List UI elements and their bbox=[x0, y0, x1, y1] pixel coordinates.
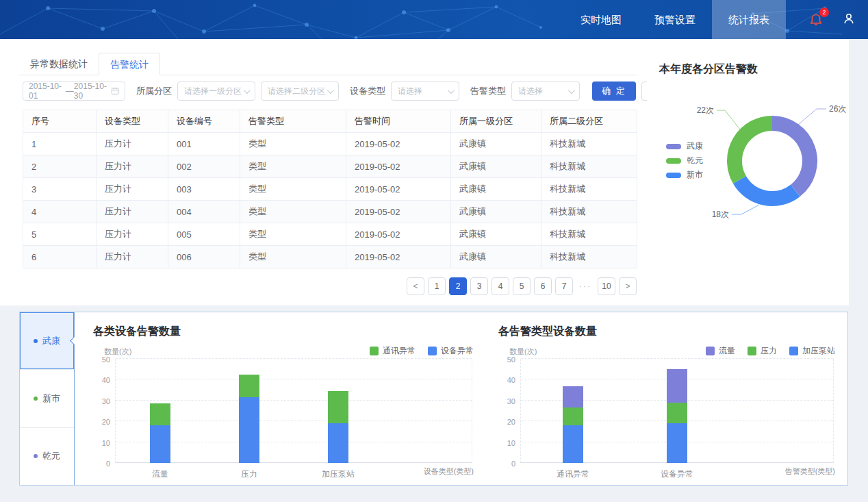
legend-label: 加压泵站 bbox=[802, 345, 835, 357]
column-header: 序号 bbox=[23, 110, 97, 133]
donut-legend-item-新市[interactable]: 新市 bbox=[666, 168, 703, 182]
device-type-filter-label: 设备类型 bbox=[350, 85, 385, 97]
legend-item-设备异常[interactable]: 设备异常 bbox=[428, 345, 474, 357]
bar-segment-压力 bbox=[563, 407, 583, 425]
legend-swatch bbox=[666, 158, 681, 164]
y-tick-label: 50 bbox=[496, 355, 515, 364]
calendar-icon bbox=[111, 86, 119, 96]
donut-legend-item-武康[interactable]: 武康 bbox=[666, 139, 703, 153]
bar-segment-加压泵站 bbox=[563, 425, 583, 463]
legend-swatch bbox=[370, 347, 379, 355]
pagination-prev-button[interactable]: < bbox=[407, 277, 424, 295]
legend-label: 压力 bbox=[761, 345, 777, 357]
table-header-row: 序号设备类型设备编号告警类型告警时间所属一级分区所属二级分区 bbox=[23, 110, 637, 133]
table-cell: 武康镇 bbox=[451, 246, 541, 268]
y-tick-label: 40 bbox=[91, 376, 110, 384]
side-tab-label: 乾元 bbox=[42, 450, 60, 462]
chevron-down-icon bbox=[244, 87, 251, 94]
plot-area: 01020304050流量压力加压泵站 bbox=[115, 359, 472, 463]
confirm-button[interactable]: 确 定 bbox=[592, 81, 636, 101]
legend-label: 通讯异常 bbox=[383, 345, 416, 357]
select-placeholder: 请选择二级分区 bbox=[268, 86, 325, 97]
table-cell: 003 bbox=[168, 178, 240, 201]
date-range-picker[interactable]: 2015-10-01 — 2015-10-30 bbox=[23, 81, 125, 101]
filter-bar: 2015-10-01 — 2015-10-30 所属分区 请选择一级分区 请选择… bbox=[23, 81, 688, 101]
tab-2[interactable]: 告警统计 bbox=[99, 53, 160, 75]
column-header: 所属一级分区 bbox=[451, 110, 541, 133]
side-tab-乾元[interactable]: 乾元 bbox=[20, 427, 74, 485]
device-type-select[interactable]: 请选择 bbox=[391, 81, 459, 101]
x-tick-label: 压力 bbox=[241, 468, 257, 480]
donut-legend-item-乾元[interactable]: 乾元 bbox=[666, 153, 703, 168]
legend-label: 设备异常 bbox=[441, 345, 474, 357]
table-cell: 001 bbox=[168, 133, 240, 155]
y-tick-label: 30 bbox=[496, 397, 515, 405]
table-row: 2压力计002类型2019-05-02武康镇科技新城 bbox=[23, 155, 637, 178]
table-cell: 科技新城 bbox=[541, 133, 637, 155]
legend-item-压力[interactable]: 压力 bbox=[748, 345, 777, 357]
legend-item-流量[interactable]: 流量 bbox=[706, 345, 735, 357]
table-cell: 武康镇 bbox=[451, 155, 541, 178]
side-tab-dot bbox=[34, 454, 38, 458]
table-row: 1压力计001类型2019-05-02武康镇科技新城 bbox=[23, 133, 637, 155]
alarm-table: 序号设备类型设备编号告警类型告警时间所属一级分区所属二级分区 1压力计001类型… bbox=[23, 110, 637, 268]
table-cell: 科技新城 bbox=[541, 201, 637, 223]
side-tab-新市[interactable]: 新市 bbox=[20, 369, 74, 427]
y-tick-label: 10 bbox=[91, 439, 110, 447]
pagination-page-5[interactable]: 5 bbox=[513, 277, 531, 295]
x-tick-label: 设备异常 bbox=[661, 468, 693, 480]
table-row: 4压力计004类型2019-05-02武康镇科技新城 bbox=[23, 201, 637, 223]
notification-badge: 2 bbox=[819, 8, 829, 17]
region-level2-select[interactable]: 请选择二级分区 bbox=[261, 81, 339, 101]
main-nav: 实时地图预警设置统计报表 bbox=[564, 0, 786, 39]
legend-swatch bbox=[748, 347, 756, 355]
table-cell: 005 bbox=[168, 223, 240, 246]
bottom-charts-panel: 武康新市乾元 各类设备告警数量 数量(次) 通讯异常设备异常 010203040… bbox=[19, 312, 848, 486]
region-level1-select[interactable]: 请选择一级分区 bbox=[177, 81, 255, 101]
y-tick-label: 0 bbox=[496, 460, 515, 468]
notifications-button[interactable]: 2 bbox=[808, 12, 824, 28]
tab-1[interactable]: 异常数据统计 bbox=[19, 53, 99, 75]
pagination-page-3[interactable]: 3 bbox=[470, 277, 488, 295]
partition-side-tabs: 武康新市乾元 bbox=[20, 312, 75, 485]
table-cell: 006 bbox=[168, 246, 240, 268]
gridline-50 bbox=[521, 358, 833, 359]
pagination-page-2[interactable]: 2 bbox=[449, 277, 467, 295]
pagination-next-button[interactable]: > bbox=[619, 277, 637, 295]
table-cell: 2019-05-02 bbox=[346, 223, 451, 246]
region-filter-label: 所属分区 bbox=[136, 85, 172, 97]
nav-item-1[interactable]: 实时地图 bbox=[564, 0, 638, 39]
donut-slice-乾元 bbox=[735, 123, 772, 180]
alarm-type-filter-label: 告警类型 bbox=[470, 85, 506, 97]
chevron-down-icon bbox=[568, 87, 575, 94]
user-avatar-button[interactable] bbox=[841, 10, 857, 29]
table-cell: 科技新城 bbox=[541, 155, 637, 178]
table-cell: 压力计 bbox=[97, 246, 168, 268]
side-tab-武康[interactable]: 武康 bbox=[20, 312, 74, 369]
legend-item-加压泵站[interactable]: 加压泵站 bbox=[789, 345, 835, 357]
column-header: 告警时间 bbox=[346, 110, 451, 133]
chart-legend: 流量压力加压泵站 bbox=[706, 345, 835, 357]
legend-swatch bbox=[706, 347, 715, 355]
table-cell: 压力计 bbox=[97, 201, 168, 223]
alarm-type-select[interactable]: 请选择 bbox=[511, 81, 580, 101]
pagination-page-6[interactable]: 6 bbox=[534, 277, 552, 295]
table-cell: 2019-05-02 bbox=[346, 155, 451, 178]
select-placeholder: 请选择一级分区 bbox=[184, 86, 242, 97]
column-header: 设备编号 bbox=[168, 110, 240, 133]
nav-item-3[interactable]: 统计报表 bbox=[712, 0, 786, 39]
legend-item-通讯异常[interactable]: 通讯异常 bbox=[370, 345, 416, 357]
nav-item-2[interactable]: 预警设置 bbox=[638, 0, 712, 39]
bar-segment-通讯异常 bbox=[239, 375, 259, 397]
table-cell: 武康镇 bbox=[451, 201, 541, 223]
legend-swatch bbox=[789, 347, 798, 355]
pagination-page-1[interactable]: 1 bbox=[428, 277, 446, 295]
table-cell: 6 bbox=[23, 246, 97, 268]
charts-region: 各类设备告警数量 数量(次) 通讯异常设备异常 01020304050流量压力加… bbox=[75, 312, 847, 485]
table-cell: 科技新城 bbox=[541, 223, 637, 246]
donut-legend: 武康乾元新市 bbox=[666, 139, 703, 182]
chevron-down-icon bbox=[327, 87, 334, 94]
pagination-page-7[interactable]: 7 bbox=[555, 277, 573, 295]
pagination-page-4[interactable]: 4 bbox=[492, 277, 509, 295]
pagination-page-10[interactable]: 10 bbox=[598, 277, 615, 295]
